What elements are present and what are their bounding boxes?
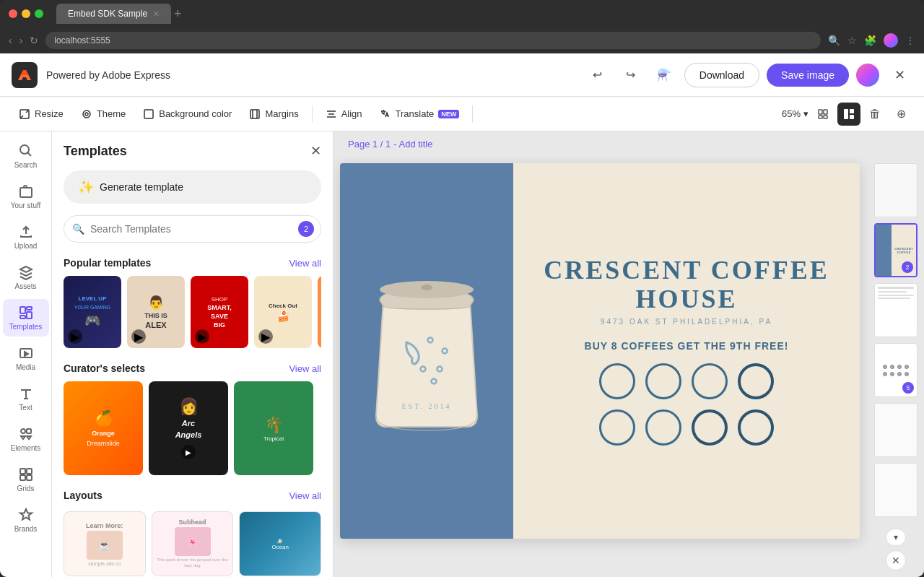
search-bar: 🔍 2	[64, 215, 321, 243]
address-bar[interactable]: localhost:5555	[45, 32, 821, 49]
resize-button[interactable]: Resize	[12, 104, 71, 124]
minimize-traffic-light[interactable]	[22, 9, 30, 18]
bg-color-button[interactable]: Background color	[136, 104, 239, 124]
tab-close-icon[interactable]: ✕	[153, 9, 160, 19]
generate-icon: ✨	[78, 179, 94, 195]
layout-thumb-1[interactable]: Learn More: ☕ sample-site.co	[64, 511, 146, 576]
sidebar-label-assets: Assets	[14, 282, 36, 290]
sidebar-item-templates[interactable]: Templates	[3, 299, 49, 337]
curator-thumb-2[interactable]: 👩 Arc Angels ▶	[149, 381, 228, 475]
page-thumb-6[interactable]	[874, 463, 918, 517]
reload-button[interactable]: ↻	[30, 35, 38, 46]
page-thumb-2[interactable]: CRESCENTCOFFEE 2	[874, 223, 918, 277]
fullscreen-traffic-light[interactable]	[35, 9, 43, 18]
svg-rect-22	[27, 469, 32, 474]
popular-section-title: Popular templates	[64, 257, 151, 269]
layouts-view-all-button[interactable]: View all	[289, 490, 321, 501]
svg-point-26	[421, 285, 432, 290]
template-thumb-2[interactable]: 👨 THIS IS ALEX ▶	[127, 276, 185, 348]
forward-button[interactable]: ›	[19, 35, 23, 46]
undo-button[interactable]: ↩	[585, 62, 611, 88]
theme-button[interactable]: Theme	[74, 104, 133, 124]
sidebar-item-grids[interactable]: Grids	[3, 461, 49, 498]
svg-rect-24	[27, 475, 32, 480]
align-button[interactable]: Align	[318, 104, 370, 124]
zoom-icon: 🔍	[828, 35, 840, 46]
close-traffic-light[interactable]	[9, 9, 17, 18]
template-thumb-4[interactable]: Check Out 🍰 ▶	[254, 276, 312, 348]
layout-thumb-3[interactable]: 🏔️Ocean	[239, 511, 321, 576]
sidebar-label-your-stuff: Your stuff	[11, 201, 41, 209]
page-view-button[interactable]	[811, 103, 834, 126]
filter-button[interactable]: 2	[298, 221, 314, 237]
design-canvas[interactable]: EST. 2014 CRESCENT COFFEE HOUSE 9473 OAK…	[340, 163, 860, 539]
flask-button[interactable]: ⚗️	[651, 62, 677, 88]
close-app-button[interactable]: ✕	[886, 62, 912, 88]
new-tab-button[interactable]: +	[174, 6, 182, 22]
svg-rect-6	[824, 110, 827, 114]
loyalty-text: BUY 8 COFFEES GET THE 9TH FREE!	[585, 340, 789, 352]
sidebar-label-templates: Templates	[9, 323, 43, 331]
page-thumb-1[interactable]	[874, 163, 918, 217]
loyalty-circle-5	[599, 409, 635, 446]
sidebar-item-search[interactable]: Search	[3, 137, 49, 175]
download-button[interactable]: Download	[684, 63, 759, 87]
curator-thumb-3[interactable]: 🌴 Tropical	[234, 381, 313, 475]
zoom-control[interactable]: 65% ▾	[782, 108, 808, 119]
toolbar-separator	[312, 105, 313, 123]
margins-button[interactable]: Margins	[242, 104, 305, 124]
panel-close-button[interactable]: ✕	[310, 143, 321, 159]
redo-button[interactable]: ↪	[618, 62, 644, 88]
curators-templates-grid: 🍊 Orange Dreamslide 👩 Arc Angels	[64, 381, 321, 478]
sidebar-item-text[interactable]: Text	[3, 380, 49, 417]
page-thumb-5[interactable]	[874, 403, 918, 457]
star-icon[interactable]: ☆	[847, 35, 857, 46]
sidebar-item-brands[interactable]: Brands	[3, 501, 49, 539]
template-thumb-1[interactable]: LEVEL UP YOUR GAMING 🎮 ▶	[64, 276, 121, 348]
user-avatar[interactable]	[856, 64, 879, 87]
generate-template-button[interactable]: ✨ Generate template	[64, 170, 321, 204]
extensions-icon[interactable]: 🧩	[864, 35, 876, 46]
svg-point-12	[20, 145, 29, 154]
curator-thumb-1[interactable]: 🍊 Orange Dreamslide	[64, 381, 143, 475]
sidebar-item-your-stuff[interactable]: Your stuff	[3, 178, 49, 215]
svg-rect-8	[824, 116, 827, 118]
curators-view-all-button[interactable]: View all	[289, 363, 321, 374]
toolbar: Resize Theme Background color	[0, 97, 924, 131]
popular-view-all-button[interactable]: View all	[289, 258, 321, 269]
panel-title: Templates	[64, 144, 127, 159]
sidebar-label-elements: Elements	[11, 444, 41, 452]
back-button[interactable]: ‹	[9, 35, 12, 46]
adobe-logo	[12, 62, 38, 88]
translate-button[interactable]: Translate NEW	[372, 104, 467, 124]
browser-tab-active[interactable]: Embed SDK Sample ✕	[56, 4, 171, 24]
page-thumbnails: CRESCENTCOFFEE 2	[874, 163, 918, 571]
sidebar-item-upload[interactable]: Upload	[3, 218, 49, 256]
search-input[interactable]	[64, 215, 321, 243]
play-icon: ▶	[68, 329, 82, 344]
page-thumb-4[interactable]: 5	[874, 343, 918, 397]
save-button[interactable]: Save image	[767, 64, 849, 87]
play-icon-2: ▶	[131, 329, 146, 344]
translate-new-badge: NEW	[438, 110, 459, 118]
canvas-area: Page 1 / 1 - Add title	[334, 131, 924, 577]
canvas-scroll[interactable]: EST. 2014 CRESCENT COFFEE HOUSE 9473 OAK…	[334, 157, 924, 577]
sidebar-item-assets[interactable]: Assets	[3, 259, 49, 296]
layouts-grid: Learn More: ☕ sample-site.co Subhead 🌸 T…	[52, 511, 333, 577]
sidebar-item-media[interactable]: Media	[3, 339, 49, 377]
page-indicator: Page 1 / 1 - Add title	[334, 131, 924, 157]
layout-thumb-2[interactable]: Subhead 🌸 The quick brown fox jumped ove…	[152, 511, 234, 576]
add-page-button[interactable]: ⊕	[889, 103, 912, 126]
template-thumb-5[interactable]: Sunday Sale	[318, 276, 321, 348]
add-title-link[interactable]: - Add title	[393, 139, 432, 149]
template-thumb-3[interactable]: SHOP SMART, SAVE BIG ▶	[191, 276, 248, 348]
more-icon[interactable]: ⋮	[905, 35, 915, 46]
grid-view-button[interactable]	[837, 103, 860, 126]
close-thumbs-button[interactable]: ✕	[886, 550, 906, 571]
page-thumb-3[interactable]	[874, 283, 918, 337]
page-number: Page 1 / 1	[348, 139, 391, 149]
sidebar-item-elements[interactable]: Elements	[3, 420, 49, 458]
loyalty-circle-4	[738, 363, 774, 399]
scroll-down-button[interactable]: ▾	[886, 529, 906, 546]
delete-button[interactable]: 🗑	[863, 103, 886, 126]
